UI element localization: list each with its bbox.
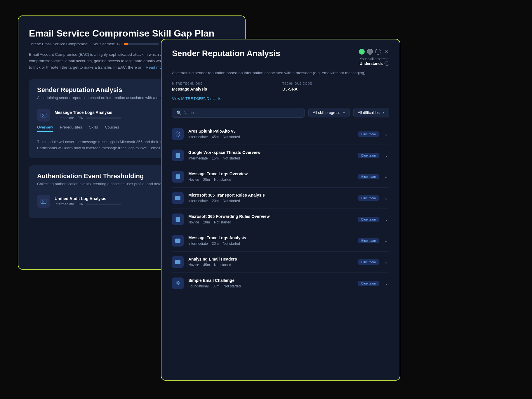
chevron-down-icon-course-6[interactable]: ⌄: [383, 259, 389, 266]
difficulty-filter[interactable]: All difficulties ▼: [353, 108, 389, 117]
svg-rect-0: [41, 113, 46, 117]
mitre-technique: MITRE TECHNIQUE Message Analysis: [172, 82, 279, 92]
course-duration-3: 20m: [212, 199, 219, 203]
course-duration-7: 30m: [213, 284, 219, 288]
search-icon: 🔍: [176, 110, 181, 115]
threat-label: Threat: Email Service Compromise: [29, 42, 88, 46]
course-details-0: Ares Splunk PaloAlto v3 Intermediate 45m…: [188, 129, 354, 139]
search-box[interactable]: 🔍: [172, 108, 305, 118]
course-difficulty-7: Foundational: [188, 284, 208, 288]
course-details-3: Microsoft 365 Transport Rules Analysis I…: [188, 193, 354, 203]
course-row[interactable]: Google Workspace Threats Overview Interm…: [172, 145, 389, 166]
course-meta-6: Novice 45m Not started: [188, 263, 354, 267]
course-row[interactable]: Message Trace Logs Overview Novice 20m N…: [172, 166, 389, 188]
chevron-down-icon-course-7[interactable]: ⌄: [383, 280, 389, 287]
course-name-1: Google Workspace Threats Overview: [188, 150, 354, 155]
course-details-5: Message Trace Logs Analysis Intermediate…: [188, 235, 354, 246]
course-row[interactable]: Ares Splunk PaloAlto v3 Intermediate 45m…: [172, 124, 389, 145]
course-status-0: Not started: [223, 135, 240, 139]
course-meta-5: Intermediate 30m Not started: [188, 242, 354, 246]
chevron-down-icon-2: ▼: [382, 111, 385, 114]
blue-team-badge-3: Blue team: [358, 195, 379, 201]
course-icon-4: [172, 214, 184, 225]
skills-earned-label: Skills earned: 1/8: [93, 42, 122, 46]
wc-green[interactable]: [359, 49, 365, 55]
course-name-7: Simple Email Challenge: [188, 278, 354, 283]
course-details-2: Message Trace Logs Overview Novice 20m N…: [188, 171, 354, 182]
course-row[interactable]: Analyzing Email Headers Novice 45m Not s…: [172, 251, 389, 273]
course-row[interactable]: Simple Email Challenge Foundational 30m …: [172, 273, 389, 294]
blue-team-badge-0: Blue team: [358, 131, 379, 137]
course-details-6: Analyzing Email Headers Novice 45m Not s…: [188, 257, 354, 267]
technique-grid: MITRE TECHNIQUE Message Analysis TECHNIQ…: [172, 82, 389, 92]
course-row[interactable]: Message Trace Logs Analysis Intermediate…: [172, 230, 389, 251]
course-status-6: Not started: [214, 263, 231, 267]
svg-rect-2: [41, 199, 46, 203]
course-meta-7: Foundational 30m Not started: [188, 284, 354, 288]
auth-module-difficulty: Intermediate: [55, 202, 74, 206]
blue-team-badge-5: Blue team: [358, 238, 379, 243]
chevron-down-icon-course-3[interactable]: ⌄: [383, 195, 389, 202]
wc-yellow[interactable]: [367, 49, 373, 55]
tab-skills[interactable]: Skills: [89, 125, 98, 132]
technique-code: TECHNIQUE CODE D3-SRA: [282, 82, 389, 92]
skills-progress-bar: [124, 43, 159, 45]
auth-section-title: Authentication Event Thresholding: [37, 172, 144, 180]
mitre-link[interactable]: View MITRE D3FEND matrix: [172, 96, 389, 101]
panel-front-title: Sender Reputation Analysis: [172, 49, 280, 58]
chevron-down-icon-course-5[interactable]: ⌄: [383, 237, 389, 244]
wc-outline[interactable]: [375, 49, 381, 55]
module-progress-bar: [86, 117, 121, 119]
blue-team-badge-4: Blue team: [358, 217, 379, 222]
sender-reputation-panel: Sender Reputation Analysis ✕ Your skill …: [161, 39, 400, 381]
course-difficulty-2: Novice: [188, 178, 199, 182]
course-duration-2: 20m: [203, 178, 210, 182]
search-input[interactable]: [184, 110, 300, 115]
chevron-down-icon: ▼: [343, 111, 345, 114]
skill-progress-filter[interactable]: All skill progress ▼: [308, 108, 350, 117]
course-name-5: Message Trace Logs Analysis: [188, 235, 354, 240]
chevron-down-icon-course-4[interactable]: ⌄: [383, 216, 389, 223]
course-icon-6: [172, 256, 184, 268]
chevron-down-icon-course-0[interactable]: ⌄: [383, 131, 389, 138]
auth-module-icon: [37, 195, 50, 208]
course-details-4: Microsoft 365 Forwarding Rules Overview …: [188, 214, 354, 224]
course-name-4: Microsoft 365 Forwarding Rules Overview: [188, 214, 354, 219]
info-icon[interactable]: i: [385, 61, 389, 66]
skills-progress-fill: [124, 43, 128, 45]
svg-rect-7: [176, 174, 180, 179]
chevron-down-icon-course-2[interactable]: ⌄: [383, 173, 389, 180]
course-list: Ares Splunk PaloAlto v3 Intermediate 45m…: [172, 124, 389, 294]
course-row[interactable]: Microsoft 365 Transport Rules Analysis I…: [172, 188, 389, 209]
close-button[interactable]: ✕: [383, 49, 389, 55]
tab-overview[interactable]: Overview: [37, 125, 53, 132]
svg-rect-15: [175, 239, 180, 242]
course-meta-3: Intermediate 20m Not started: [188, 199, 354, 203]
course-meta-2: Novice 20m Not started: [188, 178, 354, 182]
tab-courses[interactable]: Courses: [105, 125, 119, 132]
blue-team-badge-6: Blue team: [358, 259, 379, 265]
skill-progress-section: Your skill progress: Understands i: [360, 57, 389, 66]
course-duration-4: 20m: [203, 220, 210, 224]
auth-progress-bar: [86, 204, 121, 205]
module-icon: [37, 109, 50, 122]
filters-row: 🔍 All skill progress ▼ All difficulties …: [172, 108, 389, 118]
module-progress-label: 0%: [78, 116, 83, 120]
tab-prerequisites[interactable]: Prerequisites: [60, 125, 82, 132]
section-title: Sender Reputation Analysis: [37, 86, 122, 94]
skill-gap-title: Email Service Compromise Skill Gap Plan: [29, 28, 234, 39]
course-status-5: Not started: [223, 242, 240, 246]
svg-rect-17: [175, 260, 180, 264]
chevron-down-icon-course-1[interactable]: ⌄: [383, 152, 389, 159]
course-icon-7: [172, 277, 184, 289]
terminal-icon: [40, 112, 47, 118]
svg-rect-4: [176, 153, 180, 157]
course-status-4: Not started: [214, 220, 231, 224]
mitre-technique-label: MITRE TECHNIQUE: [172, 82, 279, 85]
course-row[interactable]: Microsoft 365 Forwarding Rules Overview …: [172, 209, 389, 230]
course-difficulty-4: Novice: [188, 220, 199, 224]
course-details-1: Google Workspace Threats Overview Interm…: [188, 150, 354, 160]
course-icon-5: [172, 235, 184, 247]
skill-progress-value: Understands i: [360, 61, 389, 66]
course-difficulty-5: Intermediate: [188, 242, 208, 246]
